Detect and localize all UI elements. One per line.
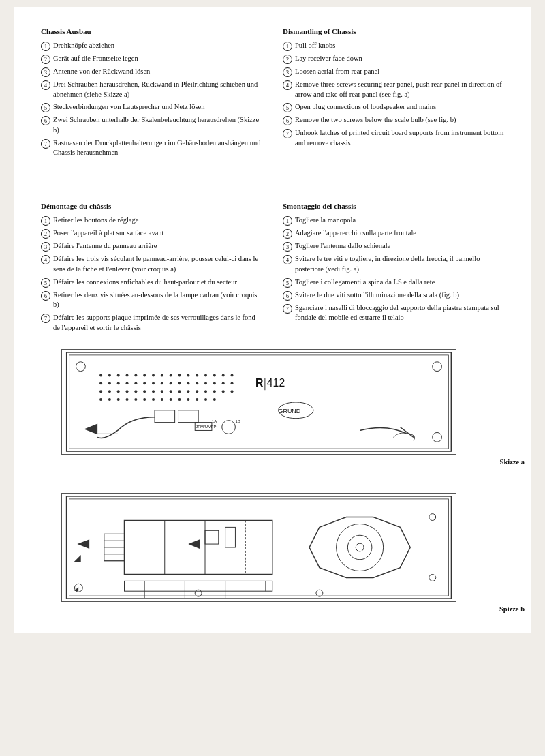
col-german: Chassis Ausbau 1 Drehknöpfe abziehen 2 G…	[41, 27, 262, 161]
svg-point-5	[99, 374, 102, 377]
num-6: 6	[41, 116, 50, 125]
diagram-a-section: R 412 GRUND JPM/UMFP 1A 1B	[41, 349, 504, 466]
diagram-b-svg: ◢	[62, 494, 456, 601]
svg-point-35	[222, 382, 225, 385]
list-item: 1 Retirer les boutons de réglage	[41, 215, 262, 226]
item-text: Togliere i collegamenti a spina da LS e …	[295, 277, 504, 288]
num-5: 5	[283, 278, 292, 288]
item-text: Svitare le tre viti e togliere, in direz…	[295, 254, 504, 274]
svg-point-41	[134, 390, 137, 393]
svg-text:1B: 1B	[235, 419, 240, 423]
list-item: 2 Poser l'appareil à plat sur sa face av…	[41, 228, 262, 239]
item-text: Togliere la manopola	[295, 215, 504, 226]
svg-text:1A: 1A	[212, 419, 217, 423]
diagram-a-container: R 412 GRUND JPM/UMFP 1A 1B	[61, 349, 456, 455]
item-text: Adagiare l'apparecchio sulla parte front…	[295, 228, 504, 239]
num-5: 5	[283, 103, 292, 112]
num-4: 4	[283, 255, 292, 264]
item-text: Retirer les deux vis situées au-dessous …	[53, 290, 262, 310]
svg-point-55	[117, 398, 120, 401]
list-item: 1 Togliere la manopola	[283, 215, 504, 226]
list-item: 3 Défaire l'antenne du panneau arrière	[41, 241, 262, 252]
svg-point-58	[143, 398, 146, 401]
svg-point-60	[161, 398, 164, 401]
svg-point-53	[99, 398, 102, 401]
top-section: Chassis Ausbau 1 Drehknöpfe abziehen 2 G…	[41, 27, 504, 161]
item-text: Défaire les connexions enfichables du ha…	[53, 277, 262, 288]
svg-text:412: 412	[267, 378, 285, 389]
num-5: 5	[41, 278, 50, 288]
num-2: 2	[283, 229, 292, 239]
svg-point-100	[337, 524, 384, 571]
list-item: 1 Pull off knobs	[283, 41, 504, 51]
item-text: Loosen aerial from rear panel	[295, 67, 504, 77]
svg-text:◢: ◢	[74, 586, 79, 592]
num-2: 2	[41, 55, 50, 64]
list-item: 4 Remove three screws securing rear pane…	[283, 80, 504, 100]
svg-point-48	[196, 390, 198, 393]
svg-point-16	[196, 374, 198, 377]
item-text: Togliere l'antenna dallo schienale	[295, 241, 504, 252]
item-text: Open plug connections of loudspeaker and…	[295, 102, 504, 112]
item-text: Gerät auf die Frontseite legen	[53, 54, 262, 64]
svg-point-10	[143, 374, 146, 377]
col-french: Démontage du châssis 1 Retirer les bouto…	[41, 202, 262, 335]
svg-point-3	[433, 362, 442, 372]
svg-text:◢: ◢	[74, 552, 81, 563]
list-item: 4 Défaire les trois vis séculant le pann…	[41, 254, 262, 274]
item-text: Drei Schrauben herausdrehen, Rückwand in…	[53, 80, 262, 100]
num-1: 1	[283, 216, 292, 226]
list-item: 5 Togliere i collegamenti a spina da LS …	[283, 277, 504, 288]
chassis-ausbau-list: 1 Drehknöpfe abziehen 2 Gerät auf die Fr…	[41, 41, 262, 158]
svg-rect-73	[178, 410, 199, 423]
svg-point-103	[429, 514, 436, 521]
list-item: 2 Adagiare l'apparecchio sulla parte fro…	[283, 228, 504, 239]
item-text: Défaire les supports plaque imprimée de …	[53, 313, 262, 333]
svg-marker-105	[77, 539, 89, 549]
svg-point-11	[152, 374, 155, 377]
diagram-b-section: ◢	[41, 493, 504, 613]
num-7: 7	[41, 314, 50, 323]
svg-point-51	[222, 390, 225, 393]
list-item: 4 Svitare le tre viti e togliere, in dir…	[283, 254, 504, 274]
list-item: 7 Défaire les supports plaque imprimée d…	[41, 313, 262, 333]
svg-point-66	[213, 398, 216, 401]
svg-point-4	[433, 433, 442, 442]
list-item: 5 Steckverbindungen von Lautsprecher und…	[41, 102, 262, 112]
item-text: Steckverbindungen von Lautsprecher und N…	[53, 102, 262, 112]
list-item: 3 Togliere l'antenna dallo schienale	[283, 241, 504, 252]
page: Chassis Ausbau 1 Drehknöpfe abziehen 2 G…	[14, 7, 531, 633]
svg-point-77	[222, 421, 236, 434]
list-item: 1 Drehknöpfe abziehen	[41, 41, 262, 51]
svg-point-13	[170, 374, 172, 377]
svg-point-49	[204, 390, 207, 393]
list-item: 2 Lay receiver face down	[283, 54, 504, 64]
num-3: 3	[283, 242, 292, 252]
num-2: 2	[41, 229, 50, 239]
item-text: Défaire les trois vis séculant le pannea…	[53, 254, 262, 274]
list-item: 3 Antenne von der Rückwand lösen	[41, 67, 262, 77]
list-item: 6 Remove the two screws below the scale …	[283, 115, 504, 125]
num-1: 1	[283, 42, 292, 51]
svg-point-12	[161, 374, 164, 377]
svg-point-25	[134, 382, 137, 385]
num-6: 6	[283, 116, 292, 125]
svg-point-19	[222, 374, 225, 377]
svg-marker-99	[309, 517, 410, 578]
num-2: 2	[283, 55, 292, 64]
svg-point-21	[99, 382, 102, 385]
svg-point-47	[187, 390, 189, 393]
svg-point-30	[178, 382, 181, 385]
num-4: 4	[41, 255, 50, 264]
item-text: Remove three screws securing rear panel,…	[295, 80, 504, 100]
svg-point-20	[231, 374, 234, 377]
svg-point-45	[170, 390, 172, 393]
item-text: Lay receiver face down	[295, 54, 504, 64]
svg-point-52	[231, 390, 234, 393]
svg-point-56	[126, 398, 129, 401]
svg-point-36	[231, 382, 234, 385]
num-4: 4	[283, 80, 292, 90]
item-text: Remove the two screws below the scale bu…	[295, 115, 504, 125]
svg-point-65	[204, 398, 207, 401]
list-item: 6 Retirer les deux vis situées au-dessou…	[41, 290, 262, 310]
